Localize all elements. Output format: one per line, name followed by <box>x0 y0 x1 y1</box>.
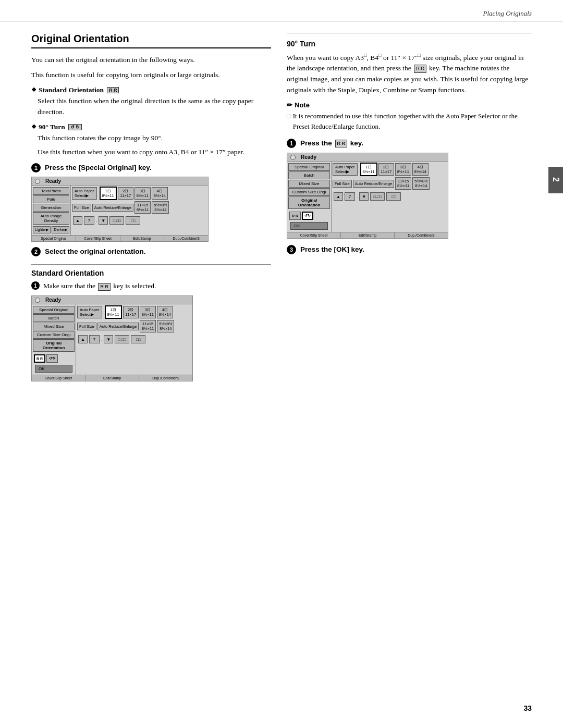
right-col-icon1: R R <box>414 65 426 73</box>
ui2-topbar: Ready <box>32 296 192 304</box>
ui3-btn-orient[interactable]: Original Orientation <box>288 196 330 209</box>
ui1-fullsize[interactable]: Full Size <box>72 204 91 212</box>
ui1-bottom-row: Special Original Cover/Slip Sheet Edit/S… <box>32 235 208 241</box>
ui3-paper-4[interactable]: 4⊡8½×14 <box>412 163 429 176</box>
ui3-main: Special Original Batch Mixed Size Custom… <box>287 162 448 232</box>
ui2-dot: . <box>101 337 102 342</box>
ui1-topbar: Ready <box>32 177 208 186</box>
ui3-cover-slip[interactable]: Cover/Slip Sheet <box>287 232 341 238</box>
ui2-paper-4[interactable]: 4⊡8½×14 <box>157 306 173 318</box>
ui2-size-a[interactable]: 11×158½×11 <box>140 320 156 332</box>
ui3-orient-btn1[interactable]: R R <box>289 212 301 220</box>
ui2-paper-3[interactable]: 3⊡8½×11 <box>140 306 156 318</box>
left-column: Original Orientation You can set the ori… <box>31 21 271 385</box>
ui1-cover-slip[interactable]: Cover/Slip Sheet <box>76 236 120 241</box>
ui1-ctrl-4[interactable]: □-□□ <box>109 216 124 225</box>
ui3-paper-3[interactable]: 3⊡8½×11 <box>395 163 411 176</box>
90turn-label: 90° Turn <box>39 123 65 131</box>
ui1-btn-density[interactable]: Auto Image Density <box>33 212 69 225</box>
ui2-cover-slip[interactable]: Cover/Slip Sheet <box>32 375 85 381</box>
ui1-ctrl-1[interactable]: ▲ <box>73 216 82 225</box>
ui2-ctrl-1[interactable]: ▲ <box>78 335 88 343</box>
ui2-ok-btn[interactable]: OK <box>35 365 72 373</box>
ui1-btn-darker[interactable]: Darker▶ <box>52 226 69 233</box>
ui2-auto-reduce[interactable]: Auto Reduce/Enlarge <box>97 323 139 330</box>
ui1-paper-3[interactable]: 3⊡8½×11 <box>134 187 151 200</box>
ui1-paper-2[interactable]: 2⊡11×17 <box>118 187 133 200</box>
ui3-ready-icon <box>290 155 296 160</box>
ui3-btn-custom[interactable]: Custom Size Origi <box>288 188 330 196</box>
ui3-ctrl-4[interactable]: □-□□ <box>370 192 385 201</box>
ui3-dup-combine[interactable]: Dup./Combine/S <box>395 232 448 238</box>
ui1-btn-lighter[interactable]: Lighter▶ <box>33 226 51 233</box>
ui1-edit-stamp[interactable]: Edit/Stamp <box>120 236 165 241</box>
right-col-p1: When you want to copy A3□, B4□ or 11″ × … <box>287 52 532 96</box>
ui2-btn-custom[interactable]: Custom Size Origi <box>33 331 75 339</box>
ui3-btn-mixed[interactable]: Mixed Size <box>288 180 330 188</box>
ui1-auto-paper[interactable]: Auto PaperSelect▶ <box>72 187 97 200</box>
ui2-ctrl-4[interactable]: □-□□ <box>115 335 129 343</box>
ui2-size-b[interactable]: 5½×8½8½×14 <box>157 320 174 332</box>
ui3-paper-2[interactable]: 2⊡11×17 <box>378 163 394 176</box>
ui2-dup-combine[interactable]: Dup./Combine/S <box>139 375 192 381</box>
ui2-paper-1[interactable]: 1⊡8½×11 <box>105 305 122 319</box>
ui2-paper-row: Auto PaperSelect▶ 1⊡8½×11 2⊡11×17 3⊡8½×1… <box>77 305 191 319</box>
std-step1-circle: 1 <box>31 281 40 290</box>
ui3-btn-special[interactable]: Special Original <box>288 163 330 171</box>
ui2-ctrl-3[interactable]: ▼ <box>104 335 113 343</box>
ui2-ready-icon <box>35 298 40 303</box>
ui3-ctrl-2[interactable]: 7 <box>345 192 355 201</box>
ui2-btn-special[interactable]: Special Original <box>33 306 75 314</box>
header-title: Placing Originals <box>483 9 532 18</box>
ui2-edit-stamp[interactable]: Edit/Stamp <box>85 375 139 381</box>
ui1-special-original[interactable]: Special Original <box>32 236 76 241</box>
ui3-size-a[interactable]: 11×158½×11 <box>395 177 411 190</box>
ui3-edit-stamp[interactable]: Edit/Stamp <box>341 232 395 238</box>
ui3-paper-1[interactable]: 1⊡8½×11 <box>360 163 377 176</box>
ui3-auto-paper[interactable]: Auto PaperSelect▶ <box>333 163 358 176</box>
ui3-ctrl-5[interactable]: □□ <box>386 192 401 201</box>
ui2-btn-orient[interactable]: Original Orientation <box>33 339 75 352</box>
90turn-icon: ↺ ↻ <box>68 124 82 130</box>
ui3-btn-batch[interactable]: Batch <box>288 171 330 179</box>
ui3-left-panel: Special Original Batch Mixed Size Custom… <box>287 162 332 232</box>
ui2-btn-mixed[interactable]: Mixed Size <box>33 323 75 330</box>
ui2-ctrl-2[interactable]: 7 <box>89 335 100 343</box>
ui1-dup-combine[interactable]: Dup./Combine/S <box>164 236 208 241</box>
90turn-section-title: 90° Turn <box>287 40 532 48</box>
ui1-paper-1[interactable]: 1⊡8½×11 <box>100 187 117 200</box>
ui3-fullsize[interactable]: Full Size <box>333 180 352 188</box>
ui2-ctrl-5[interactable]: □□ <box>131 335 145 343</box>
ui3-orient-btns: R R ↺↻ <box>288 211 330 221</box>
ui3-ctrl-3[interactable]: ▼ <box>359 192 369 201</box>
ui3-size-b[interactable]: 5½×8½8½×14 <box>412 177 430 190</box>
ui1-paper-4[interactable]: 4⊡8½×14 <box>152 187 168 200</box>
ui2-left-panel: Special Original Batch Mixed Size Custom… <box>32 304 76 375</box>
ui1-ctrl-2[interactable]: 7 <box>84 216 94 225</box>
ui1-size-a[interactable]: 11×158½×11 <box>134 201 151 214</box>
ui1-auto-reduce[interactable]: Auto Reduce/Enlarge <box>92 204 133 212</box>
ui3-ready-text: Ready <box>301 154 316 160</box>
ui1-btn-pale[interactable]: Pale <box>33 195 69 203</box>
ui2-btn-batch[interactable]: Batch <box>33 314 75 322</box>
ui2-paper-2[interactable]: 2⊡11×17 <box>123 306 139 318</box>
ui2-fullsize[interactable]: Full Size <box>77 323 96 330</box>
ui2-orient-btn1[interactable]: R R <box>34 354 45 363</box>
ui3-ctrl-1[interactable]: ▲ <box>334 192 343 201</box>
ui2-auto-paper[interactable]: Auto PaperSelect▶ <box>77 306 102 318</box>
ui3-orient-btn2[interactable]: ↺↻ <box>302 212 313 220</box>
ui1-btn-generation[interactable]: Generation <box>33 204 69 212</box>
right-step1-circle: 1 <box>287 139 296 148</box>
ui1-ctrl-3[interactable]: ▼ <box>99 216 108 225</box>
ui3-auto-reduce[interactable]: Auto Reduce/Enlarge <box>353 180 394 188</box>
step1-text: Press the [Special Original] key. <box>45 163 152 173</box>
ui2-orient-btn2[interactable]: ↺↻ <box>46 354 58 363</box>
ui3-ok-btn[interactable]: OK <box>290 222 328 230</box>
ui2-size-row: Full Size Auto Reduce/Enlarge 11×158½×11… <box>77 320 191 332</box>
section-title: Original Orientation <box>31 33 271 48</box>
ui1-btn-textphoto[interactable]: Text/Photo <box>33 187 69 195</box>
ui1-ctrl-5[interactable]: □□ <box>126 216 140 225</box>
standard-orientation-label: Standard Orientation <box>39 86 104 94</box>
ui3-bottom-row: Cover/Slip Sheet Edit/Stamp Dup./Combine… <box>287 232 448 238</box>
ui1-size-b[interactable]: 5½×8½8½×14 <box>152 201 169 214</box>
